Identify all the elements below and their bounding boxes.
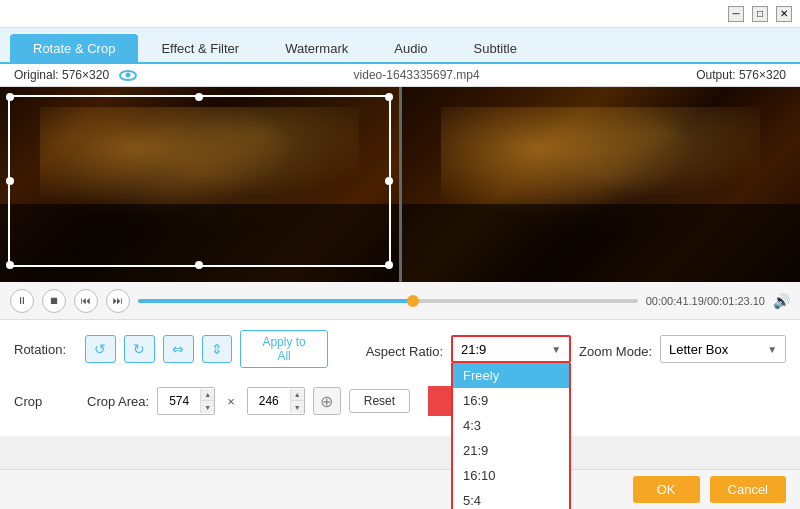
output-size: Output: 576×320 <box>696 68 786 82</box>
rotate-left-button[interactable]: ↺ <box>85 335 116 363</box>
minimize-button[interactable]: ─ <box>728 6 744 22</box>
rotation-row: Rotation: ↺ ↻ ⇔ ⇕ Apply to All Aspect Ra… <box>14 330 786 368</box>
aspect-option-16-10[interactable]: 16:10 <box>453 463 569 488</box>
aspect-ratio-dropdown[interactable]: 21:9 ▼ <box>451 335 571 363</box>
zoom-mode-dropdown[interactable]: Letter Box ▼ <box>660 335 786 363</box>
ok-button[interactable]: OK <box>633 476 700 503</box>
scrubber-bar: ⏸ ⏹ ⏮ ⏭ 00:00:41.19/00:01:23.10 🔊 <box>0 282 800 320</box>
tab-rotate-crop[interactable]: Rotate & Crop <box>10 34 138 62</box>
tab-effect-filter[interactable]: Effect & Filter <box>138 34 262 62</box>
crop-height-input-group: 246 ▲ ▼ <box>247 387 305 415</box>
crop-handle-bm[interactable] <box>195 261 203 269</box>
crop-handle-br[interactable] <box>385 261 393 269</box>
crop-width-up[interactable]: ▲ <box>200 389 214 401</box>
crop-handle-mr[interactable] <box>385 177 393 185</box>
preview-area <box>0 87 800 282</box>
tabs-bar: Rotate & Crop Effect & Filter Watermark … <box>0 28 800 64</box>
prev-frame-button[interactable]: ⏮ <box>74 289 98 313</box>
aspect-option-16-9[interactable]: 16:9 <box>453 388 569 413</box>
aspect-ratio-value: 21:9 <box>461 342 486 357</box>
preview-right <box>402 87 801 282</box>
stop-button[interactable]: ⏹ <box>42 289 66 313</box>
time-total: 00:01:23.10 <box>707 295 765 307</box>
crop-area-label: Crop Area: <box>87 394 149 409</box>
eye-icon[interactable] <box>119 70 137 81</box>
scrubber-thumb[interactable] <box>407 295 419 307</box>
zoom-mode-value: Letter Box <box>669 342 728 357</box>
title-bar-controls: ─ □ ✕ <box>728 6 792 22</box>
tab-watermark[interactable]: Watermark <box>262 34 371 62</box>
aspect-ratio-label: Aspect Ratio: <box>366 340 443 359</box>
flip-horizontal-button[interactable]: ⇔ <box>163 335 194 363</box>
crop-width-spin: ▲ ▼ <box>200 389 214 413</box>
time-display: 00:00:41.19/00:01:23.10 <box>646 295 765 307</box>
bottom-bar: OK Cancel <box>0 469 800 509</box>
concert-image-right <box>402 87 801 282</box>
time-current: 00:00:41.19 <box>646 295 704 307</box>
aspect-option-5-4[interactable]: 5:4 <box>453 488 569 509</box>
filename: video-1643335697.mp4 <box>354 68 480 82</box>
volume-icon[interactable]: 🔊 <box>773 293 790 309</box>
rotate-right-button[interactable]: ↻ <box>124 335 155 363</box>
video-right <box>402 87 801 282</box>
crop-label: Crop <box>14 394 79 409</box>
original-size: Original: 576×320 <box>14 68 109 82</box>
scrubber-fill <box>138 299 413 303</box>
x-separator: × <box>223 394 239 409</box>
cancel-button[interactable]: Cancel <box>710 476 786 503</box>
reset-button[interactable]: Reset <box>349 389 410 413</box>
rotation-label: Rotation: <box>14 342 77 357</box>
scrubber-track[interactable] <box>138 299 638 303</box>
crop-handle-tr[interactable] <box>385 93 393 101</box>
crop-handle-ml[interactable] <box>6 177 14 185</box>
tab-subtitle[interactable]: Subtitle <box>451 34 540 62</box>
chevron-down-icon: ▼ <box>551 344 561 355</box>
crop-height-input[interactable]: 246 <box>248 388 290 414</box>
crop-height-down[interactable]: ▼ <box>290 401 304 413</box>
info-bar: Original: 576×320 video-1643335697.mp4 O… <box>0 64 800 87</box>
crop-width-input[interactable]: 574 <box>158 388 200 414</box>
flip-vertical-button[interactable]: ⇕ <box>202 335 233 363</box>
crop-handle-tm[interactable] <box>195 93 203 101</box>
aspect-option-21-9[interactable]: 21:9 <box>453 438 569 463</box>
crop-width-down[interactable]: ▼ <box>200 401 214 413</box>
play-pause-button[interactable]: ⏸ <box>10 289 34 313</box>
crop-height-up[interactable]: ▲ <box>290 389 304 401</box>
restore-button[interactable]: □ <box>752 6 768 22</box>
crop-width-input-group: 574 ▲ ▼ <box>157 387 215 415</box>
aspect-option-freely[interactable]: Freely <box>453 363 569 388</box>
title-bar: ─ □ ✕ <box>0 0 800 28</box>
crop-row: Crop Crop Area: 574 ▲ ▼ × 246 ▲ ▼ ⊕ Rese… <box>14 376 786 426</box>
crop-height-spin: ▲ ▼ <box>290 389 304 413</box>
controls-wrapper: Rotation: ↺ ↻ ⇔ ⇕ Apply to All Aspect Ra… <box>0 320 800 436</box>
aspect-ratio-list: Freely 16:9 4:3 21:9 16:10 5:4 1:1 9:16 <box>451 363 571 509</box>
crop-handle-bl[interactable] <box>6 261 14 269</box>
apply-all-button[interactable]: Apply to All <box>240 330 327 368</box>
zoom-mode-label: Zoom Mode: <box>579 340 652 359</box>
next-frame-button[interactable]: ⏭ <box>106 289 130 313</box>
aspect-ratio-dropdown-wrapper: 21:9 ▼ Freely 16:9 4:3 21:9 16:10 5:4 1:… <box>451 335 571 363</box>
crosshair-button[interactable]: ⊕ <box>313 387 341 415</box>
chevron-down-icon-zoom: ▼ <box>767 344 777 355</box>
close-button[interactable]: ✕ <box>776 6 792 22</box>
video-left <box>0 87 399 282</box>
preview-left <box>0 87 402 282</box>
crop-overlay[interactable] <box>8 95 391 267</box>
aspect-option-4-3[interactable]: 4:3 <box>453 413 569 438</box>
crop-handle-tl[interactable] <box>6 93 14 101</box>
tab-audio[interactable]: Audio <box>371 34 450 62</box>
